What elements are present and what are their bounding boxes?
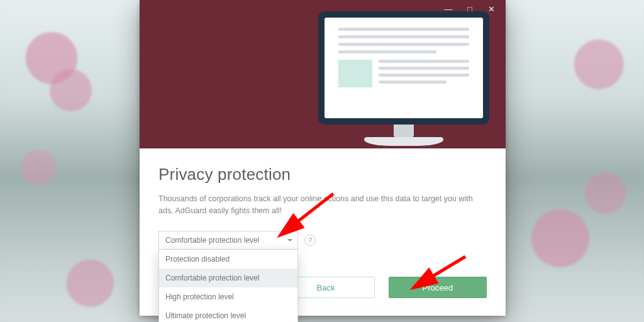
- monitor-illustration: [318, 11, 489, 156]
- dropdown-option-ultimate[interactable]: Ultimate protection level: [159, 306, 297, 323]
- page-description: Thousands of corporations track all your…: [158, 193, 486, 217]
- proceed-button-label: Proceed: [423, 283, 453, 292]
- help-button[interactable]: ?: [304, 235, 316, 246]
- protection-level-select[interactable]: Comfortable protection level: [158, 231, 298, 250]
- content-area: Privacy protection Thousands of corporat…: [140, 148, 506, 262]
- proceed-button[interactable]: Proceed: [389, 277, 487, 298]
- chevron-down-icon: [287, 239, 292, 242]
- installer-window: — □ ✕ Privacy prote: [140, 0, 506, 316]
- dropdown-option-high[interactable]: High protection level: [159, 287, 297, 306]
- page-title: Privacy protection: [158, 165, 487, 184]
- hero-banner: [140, 18, 506, 148]
- dropdown-option-disabled[interactable]: Protection disabled: [159, 250, 297, 269]
- protection-level-dropdown: Protection disabled Comfortable protecti…: [158, 250, 298, 323]
- dropdown-option-comfortable[interactable]: Comfortable protection level: [159, 269, 297, 287]
- back-button-label: Back: [317, 283, 335, 292]
- protection-level-current: Comfortable protection level: [165, 236, 259, 245]
- help-icon: ?: [308, 236, 312, 244]
